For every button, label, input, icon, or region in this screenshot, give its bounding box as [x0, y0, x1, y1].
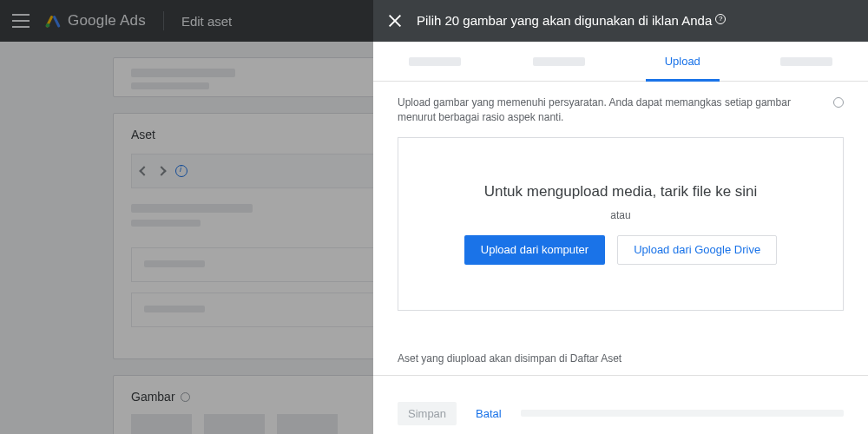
upload-note: Aset yang diupload akan disimpan di Daft…: [398, 352, 844, 375]
modal-footer: Simpan Batal: [373, 392, 868, 434]
modal-title-text: Pilih 20 gambar yang akan digunakan di i…: [417, 13, 712, 28]
tab-placeholder-3[interactable]: [745, 42, 869, 81]
tab-placeholder-1[interactable]: [373, 42, 497, 81]
save-button[interactable]: Simpan: [398, 402, 457, 425]
upload-from-drive-button[interactable]: Upload dari Google Drive: [617, 235, 777, 265]
drop-zone[interactable]: Untuk mengupload media, tarik file ke si…: [398, 137, 844, 311]
modal-header: Pilih 20 gambar yang akan digunakan di i…: [373, 0, 868, 42]
drop-zone-buttons: Upload dari komputer Upload dari Google …: [464, 235, 777, 265]
upload-hint: Upload gambar yang memenuhi persyaratan.…: [398, 95, 844, 125]
tab-placeholder-2[interactable]: [497, 42, 621, 81]
drop-zone-main-text: Untuk mengupload media, tarik file ke si…: [484, 183, 758, 201]
modal-body: Upload gambar yang memenuhi persyaratan.…: [373, 82, 868, 392]
cancel-button[interactable]: Batal: [476, 407, 502, 420]
tab-upload-label: Upload: [665, 55, 700, 68]
skeleton-line: [521, 410, 844, 417]
drop-zone-or-text: atau: [610, 209, 630, 221]
divider: [373, 375, 868, 376]
skeleton-line: [409, 57, 461, 66]
tab-bar: Upload: [373, 42, 868, 82]
skeleton-line: [780, 57, 832, 66]
tab-upload[interactable]: Upload: [621, 42, 745, 81]
modal-title: Pilih 20 gambar yang akan digunakan di i…: [417, 13, 726, 29]
skeleton-line: [533, 57, 585, 66]
upload-from-computer-button[interactable]: Upload dari komputer: [464, 235, 605, 265]
upload-hint-text: Upload gambar yang memenuhi persyaratan.…: [398, 96, 791, 123]
image-picker-modal: Pilih 20 gambar yang akan digunakan di i…: [373, 0, 868, 434]
info-icon[interactable]: [833, 97, 844, 108]
close-icon[interactable]: [385, 11, 404, 30]
help-icon[interactable]: ?: [715, 14, 726, 24]
